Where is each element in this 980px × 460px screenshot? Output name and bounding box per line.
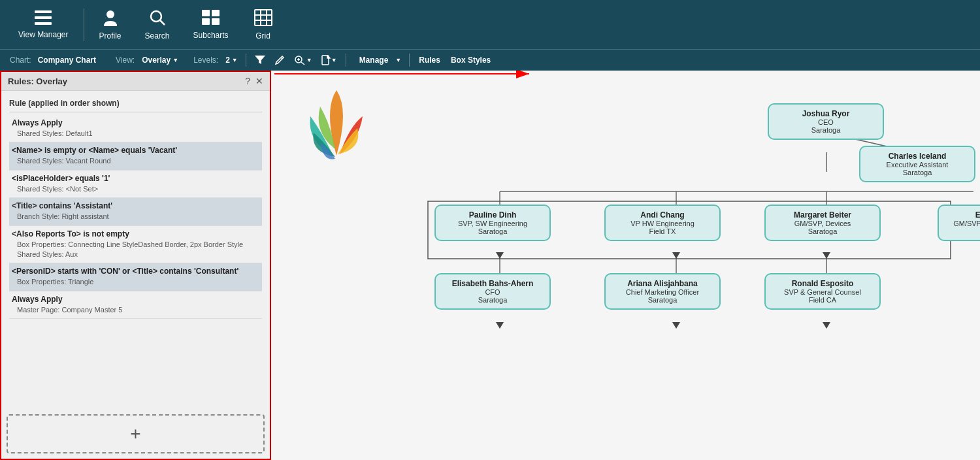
- rules-content: Rule (applied in order shown) Always App…: [1, 91, 270, 409]
- pen-button[interactable]: [270, 53, 289, 67]
- search-icon: [149, 9, 166, 29]
- levels-value: 2: [225, 56, 230, 65]
- rule-item-name-vacant[interactable]: <Name> is empty or <Name> equals 'Vacant…: [9, 142, 262, 170]
- rule-item-always-apply-2[interactable]: Always ApplyMaster Page: Company Master …: [9, 291, 262, 319]
- top-navigation: View Manager Profile Search: [0, 0, 980, 49]
- vp-hw-name: Andi Chang: [612, 210, 713, 220]
- rules-button[interactable]: Rules: [414, 54, 446, 67]
- svg-point-3: [106, 10, 114, 18]
- nav-search-label: Search: [145, 31, 170, 41]
- toolbar-sep-2: [346, 54, 346, 67]
- nav-search[interactable]: Search: [133, 4, 182, 46]
- view-value: Overlay: [142, 56, 171, 65]
- gm-devices-name: Margaret Beiter: [772, 210, 873, 220]
- svp-sw-location: Saratoga: [442, 227, 543, 235]
- rule-desc-always-apply-1: Shared Styles: Default1: [12, 129, 259, 139]
- svg-rect-10: [255, 10, 272, 25]
- toolbar-sep-3: [409, 54, 410, 67]
- levels-label: Levels:: [190, 56, 221, 65]
- chart-value: Company Chart: [35, 56, 99, 65]
- nav-subcharts[interactable]: Subcharts: [182, 5, 240, 45]
- rule-item-title-assistant[interactable]: <Title> contains 'Assistant'Branch Style…: [9, 198, 262, 225]
- svg-rect-6: [202, 10, 210, 16]
- rule-desc-placeholder: Shared Styles: <Not Set>: [12, 184, 259, 194]
- rule-title-always-apply-2: Always Apply: [12, 295, 259, 304]
- nav-view-manager-label: View Manager: [18, 30, 69, 39]
- svg-marker-38: [496, 322, 504, 329]
- ea-box[interactable]: Charles Iceland Executive Assistant Sara…: [859, 146, 975, 182]
- vp-hw-box[interactable]: Andi Chang VP HW Engineering Field TX: [604, 205, 721, 241]
- rules-panel: Rules: Overlay ? ✕ Rule (applied in orde…: [0, 71, 271, 460]
- ceo-location: Saratoga: [776, 126, 876, 134]
- gm-devices-box[interactable]: Margaret Beiter GM/SVP, Devices Saratoga: [764, 205, 881, 241]
- view-dropdown[interactable]: Overlay ▼: [138, 56, 182, 65]
- doc-chevron-icon: ▼: [331, 57, 337, 63]
- svg-line-17: [301, 62, 304, 65]
- rule-item-placeholder[interactable]: <isPlaceHolder> equals '1'Shared Styles:…: [9, 171, 262, 198]
- counsel-name: Ronald Esposito: [772, 279, 873, 288]
- manage-dropdown[interactable]: Manage ▼: [350, 54, 406, 67]
- svg-rect-8: [202, 18, 210, 25]
- nav-view-manager[interactable]: View Manager: [7, 5, 80, 44]
- manage-label: Manage: [354, 54, 394, 67]
- rule-desc-person-consultant: Box Properties: Triangle: [12, 277, 259, 287]
- rule-desc-always-apply-2: Master Page: Company Master 5: [12, 305, 259, 315]
- add-rule-button[interactable]: +: [7, 414, 265, 453]
- svg-marker-36: [823, 252, 830, 259]
- chart-area[interactable]: Joshua Ryor CEO Saratoga Charles Iceland…: [271, 71, 980, 460]
- document-button[interactable]: ▼: [317, 53, 342, 67]
- toolbar: Chart: Company Chart View: Overlay ▼ Lev…: [0, 49, 980, 71]
- chart-label: Chart:: [7, 56, 35, 65]
- profile-icon: [103, 9, 118, 29]
- help-icon[interactable]: ?: [245, 76, 250, 86]
- svp-sw-box[interactable]: Pauline Dinh SVP, SW Engineering Saratog…: [434, 205, 551, 241]
- gm-content-location: Field CA: [945, 227, 980, 235]
- nav-grid[interactable]: Grid: [240, 4, 286, 46]
- rule-item-also-reports-to[interactable]: <Also Reports To> is not emptyBox Proper…: [9, 226, 262, 264]
- rules-panel-controls: ? ✕: [245, 76, 263, 86]
- cfo-title: CFO: [442, 288, 543, 296]
- cmo-box[interactable]: Ariana Alisjahbana Chief Marketing Offic…: [604, 273, 721, 310]
- svg-rect-0: [35, 10, 52, 13]
- nav-profile-label: Profile: [99, 31, 122, 41]
- nav-grid-label: Grid: [255, 31, 270, 41]
- svg-marker-34: [496, 252, 504, 259]
- rule-item-person-consultant[interactable]: <PersonID> starts with 'CON' or <Title> …: [9, 263, 262, 291]
- gm-devices-location: Saratoga: [772, 227, 873, 235]
- company-logo: [297, 84, 376, 162]
- rule-title-title-assistant: <Title> contains 'Assistant': [12, 201, 259, 210]
- rule-title-person-consultant: <PersonID> starts with 'CON' or <Title> …: [12, 267, 259, 276]
- rule-desc-also-reports-to: Box Properties: Connecting Line StyleDas…: [12, 240, 259, 260]
- ea-name: Charles Iceland: [867, 152, 968, 161]
- svg-rect-7: [212, 10, 220, 16]
- cfo-name: Elisabeth Bahs-Ahern: [442, 279, 543, 288]
- rules-panel-title: Rules: Overlay: [8, 76, 67, 86]
- cfo-box[interactable]: Elisabeth Bahs-Ahern CFO Saratoga: [434, 273, 551, 310]
- ceo-title: CEO: [776, 118, 876, 126]
- nav-subcharts-label: Subcharts: [193, 31, 229, 40]
- svg-rect-9: [212, 18, 220, 25]
- rule-title-name-vacant: <Name> is empty or <Name> equals 'Vacant…: [12, 146, 259, 155]
- box-styles-button[interactable]: Box Styles: [446, 54, 496, 67]
- cmo-location: Saratoga: [612, 296, 713, 304]
- svg-rect-1: [35, 16, 52, 19]
- view-label: View:: [112, 56, 138, 65]
- counsel-location: Field CA: [772, 296, 873, 304]
- ea-title: Executive Assistant: [867, 161, 968, 169]
- svg-point-4: [151, 11, 161, 22]
- zoom-button[interactable]: ▼: [289, 53, 317, 67]
- gm-content-box[interactable]: Eliot Metzger GM/SVP, Content & Services…: [938, 205, 980, 241]
- nav-profile[interactable]: Profile: [88, 4, 133, 46]
- svp-sw-name: Pauline Dinh: [442, 210, 543, 220]
- grid-icon: [254, 9, 272, 29]
- rule-title-always-apply-1: Always Apply: [12, 118, 259, 127]
- rules-panel-header: Rules: Overlay ? ✕: [1, 72, 270, 91]
- levels-dropdown[interactable]: 2 ▼: [221, 56, 242, 65]
- filter-button[interactable]: [250, 54, 270, 67]
- ceo-box[interactable]: Joshua Ryor CEO Saratoga: [768, 103, 884, 140]
- toolbar-sep-1: [246, 54, 246, 67]
- rule-item-always-apply-1[interactable]: Always ApplyShared Styles: Default1: [9, 115, 262, 142]
- counsel-box[interactable]: Ronald Esposito SVP & General Counsel Fi…: [764, 273, 881, 310]
- close-icon[interactable]: ✕: [255, 76, 263, 86]
- cfo-location: Saratoga: [442, 296, 543, 304]
